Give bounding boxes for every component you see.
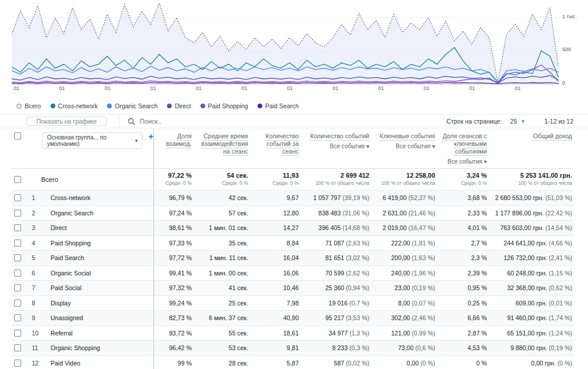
metric-cell: 0,25 %	[436, 300, 488, 307]
row-checkbox[interactable]	[14, 330, 21, 337]
metric-cell: 97,32 %	[154, 284, 193, 291]
metric-cell: 95 217 (3,53 %)	[300, 314, 370, 321]
channel-name: Cross-network	[51, 194, 91, 201]
legend-dot-icon	[167, 104, 172, 108]
metric-cell: 97,72 %	[154, 254, 193, 261]
tick-day: 01	[14, 85, 19, 91]
metric-cell: 2 631,00 (21,46 %)	[370, 210, 436, 217]
metric-cell: 1 мин. 01 сек.	[193, 224, 249, 231]
search-input[interactable]	[140, 118, 228, 125]
event-filter-dropdown[interactable]: Все события ▾	[300, 142, 369, 150]
tick-day: 01	[196, 85, 202, 91]
event-filter-dropdown[interactable]: Все события ▾	[370, 142, 435, 150]
legend-item[interactable]: Всего	[16, 102, 41, 109]
metric-cell: 244 641,00 грн. (4,66 %)	[488, 240, 573, 247]
column-header-label[interactable]: Среднее время взаимодействия на сеанс	[201, 132, 248, 155]
table-row: 6Organic Social99,41 %1 мин. 00 сек.16,0…	[12, 266, 573, 281]
row-checkbox[interactable]	[14, 284, 21, 291]
y-axis-label: 500	[562, 46, 571, 52]
metric-cell: 91 460,00 грн. (1,74 %)	[488, 314, 573, 321]
row-checkbox[interactable]	[14, 300, 21, 307]
metric-cell: 70 599 (2,62 %)	[300, 270, 370, 277]
column-header[interactable]: Доля сеансов с ключевыми событиямиВсе со…	[436, 132, 488, 168]
row-checkbox[interactable]	[14, 240, 21, 247]
legend-label: Cross-network	[58, 102, 98, 109]
metric-cell: 6,66 %	[436, 314, 488, 321]
tick-day: 01	[287, 85, 293, 91]
row-number: 3	[32, 224, 45, 231]
metric-cell: 16,06	[249, 270, 300, 277]
metric-cell: 93,72 %	[154, 330, 193, 337]
select-all-checkbox[interactable]	[14, 132, 21, 139]
column-header[interactable]: Ключевые событияВсе события ▾	[370, 132, 436, 168]
column-header-label[interactable]: Общий доход	[533, 132, 572, 139]
legend-dot-icon	[16, 104, 22, 109]
column-header[interactable]: Общий доход	[488, 132, 573, 168]
column-header-label[interactable]: Доля сеансов с ключевыми событиями	[443, 132, 487, 155]
metric-cell: 42 сек.	[193, 194, 249, 201]
column-header-label[interactable]: Ключевые события	[380, 132, 435, 139]
show-on-chart-button[interactable]: Показать на графике	[26, 117, 107, 126]
row-checkbox[interactable]	[14, 224, 21, 231]
metric-cell: 4,01 %	[436, 224, 488, 231]
legend-item[interactable]: Cross-network	[51, 102, 98, 109]
column-header-label[interactable]: Количество событий	[310, 132, 369, 139]
column-header[interactable]: Среднее время взаимодействия на сеанс	[193, 132, 249, 168]
metric-cell: 5,87	[249, 360, 300, 367]
row-number: 7	[32, 284, 45, 291]
row-checkbox[interactable]	[14, 194, 21, 201]
event-filter-dropdown[interactable]: Все события ▾	[436, 158, 487, 165]
column-header[interactable]: Количество событий за сеанс	[249, 132, 300, 168]
y-axis-label: 1 тыс.	[562, 14, 577, 19]
x-axis-tick: 01сент.	[378, 85, 404, 91]
add-dimension-icon[interactable]: +	[148, 132, 153, 141]
metric-cell: 302,00 (2,46 %)	[370, 314, 436, 321]
column-header-label[interactable]: Доля взаимод.	[166, 132, 192, 147]
legend-item[interactable]: Paid Shopping	[201, 102, 248, 109]
metric-cell: 0 %	[436, 360, 488, 367]
legend-label: Всего	[25, 102, 41, 109]
legend-item[interactable]: Paid Search	[258, 102, 299, 109]
table-row: 3Direct98,61 %1 мин. 01 сек.14,27396 405…	[12, 221, 573, 236]
dimension-header: Основная группа... по умолчанию) ▾ +	[12, 128, 154, 168]
x-axis-tick: 01февр.	[59, 85, 85, 91]
metric-cell: 838 483 (31,06 %)	[300, 210, 370, 217]
metric-cell: 609,00 грн. (0,01 %)	[488, 300, 573, 307]
row-checkbox[interactable]	[14, 344, 21, 351]
total-metric-cell: 97,22 %Средн. 0 %	[154, 172, 193, 186]
dimension-dropdown[interactable]: Основная группа... по умолчанию) ▾	[42, 132, 142, 149]
metric-cell: 97,33 %	[154, 240, 193, 247]
row-checkbox[interactable]	[14, 360, 21, 367]
metric-cell: 8,00 (0,07 %)	[370, 300, 436, 307]
tick-day: 01	[469, 85, 475, 91]
legend-item[interactable]: Organic Search	[107, 102, 158, 109]
row-checkbox[interactable]	[14, 270, 21, 277]
metric-cell: 35 сек.	[193, 240, 249, 247]
table-row: 11Organic Shopping96,42 %53 сек.9,818 23…	[12, 341, 573, 356]
metric-cell: 222,00 (1,81 %)	[370, 240, 436, 247]
x-axis-tick: 01июн.	[242, 85, 268, 91]
legend-label: Paid Search	[265, 102, 299, 109]
column-header-label[interactable]: Количество событий за сеанс	[266, 132, 299, 155]
metric-cell: 200,00 (1,63 %)	[370, 254, 436, 261]
metric-cell: 81 651 (3,02 %)	[300, 254, 370, 261]
pagination: Строк на странице: 25 ▾ 1-12 из 12	[446, 118, 588, 125]
toolbar-divider	[119, 115, 119, 128]
rows-per-page-value[interactable]: 25	[510, 118, 517, 125]
row-checkbox[interactable]	[14, 210, 21, 217]
total-metric-cell: 54 сек.Средн. 0 %	[193, 172, 249, 186]
metric-cell: 65 151,00 грн. (1,24 %)	[488, 330, 573, 337]
channel-name: Display	[51, 300, 71, 307]
x-axis-tick: 01окт.	[424, 85, 450, 91]
legend-item[interactable]: Direct	[167, 102, 191, 109]
row-checkbox[interactable]	[14, 176, 21, 183]
metric-cell: 1 177 896,00 грн. (22,42 %)	[488, 210, 573, 217]
metric-cell: 396 405 (14,68 %)	[300, 224, 370, 231]
chevron-down-icon[interactable]: ▾	[522, 118, 524, 124]
row-checkbox[interactable]	[14, 314, 21, 321]
row-checkbox[interactable]	[14, 254, 21, 261]
table-search[interactable]	[128, 118, 228, 125]
chevron-down-icon: ▾	[135, 138, 138, 144]
column-header[interactable]: Доля взаимод.	[154, 132, 193, 168]
column-header[interactable]: Количество событийВсе события ▾	[300, 132, 370, 168]
